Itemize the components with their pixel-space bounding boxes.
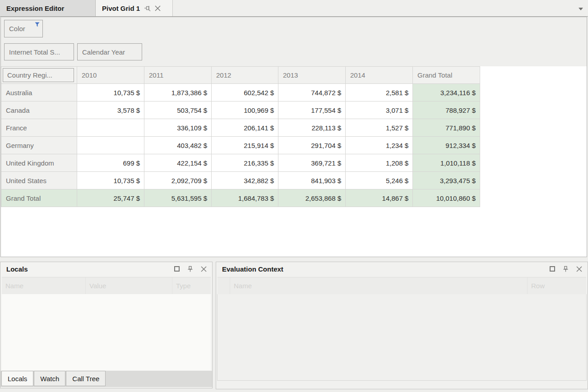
pivot-cell[interactable]: 771,890 $ — [413, 119, 480, 137]
pivot-cell[interactable]: 912,334 $ — [413, 137, 480, 154]
pivot-column-header[interactable]: 2011 — [144, 67, 212, 84]
pivot-cell[interactable]: 5,246 $ — [346, 172, 413, 189]
pivot-cell[interactable]: 216,335 $ — [212, 154, 278, 172]
locals-column-value[interactable]: Value — [86, 277, 172, 294]
pivot-cell[interactable]: 2,581 $ — [346, 84, 413, 101]
pin-icon[interactable] — [563, 266, 569, 272]
pivot-cell[interactable]: 2,092,709 $ — [144, 172, 212, 189]
tab-list-dropdown-icon[interactable] — [579, 8, 583, 10]
maximize-icon[interactable] — [550, 266, 555, 272]
pivot-cell[interactable]: 215,914 $ — [212, 137, 278, 154]
pivot-column-header[interactable]: 2013 — [278, 67, 346, 84]
pivot-row: United States10,735 $2,092,709 $342,882 … — [1, 172, 480, 189]
maximize-icon[interactable] — [174, 266, 180, 272]
pivot-column-header[interactable]: 2014 — [346, 67, 413, 84]
pivot-column-header-row: Country Regi... 20102011201220132014Gran… — [1, 67, 480, 84]
column-field-button[interactable]: Calendar Year — [77, 43, 142, 60]
pivot-cell[interactable]: 206,141 $ — [212, 119, 278, 137]
pivot-column-header[interactable]: Grand Total — [413, 67, 480, 84]
pivot-cell[interactable]: 602,542 $ — [212, 84, 278, 101]
pivot-cell[interactable]: 403,482 $ — [144, 137, 212, 154]
tab-call-tree[interactable]: Call Tree — [66, 371, 106, 386]
filter-field-color-label: Color — [9, 25, 25, 32]
tab-locals[interactable]: Locals — [1, 371, 33, 386]
pivot-cell[interactable]: 3,293,475 $ — [413, 172, 480, 189]
pivot-cell[interactable]: 25,747 $ — [77, 189, 144, 207]
evaluation-context-panel-header[interactable]: Evaluation Context — [216, 262, 588, 276]
tab-watch[interactable]: Watch — [34, 371, 65, 386]
pivot-cell[interactable]: 1,234 $ — [346, 137, 413, 154]
locals-grid-header: Name Value Type — [2, 277, 211, 294]
pivot-row: Germany403,482 $215,914 $291,704 $1,234 … — [1, 137, 480, 154]
pivot-row: Grand Total25,747 $5,631,595 $1,684,783 … — [1, 189, 480, 207]
pivot-row-header[interactable]: Germany — [1, 137, 77, 154]
locals-panel: Locals Name Value Type Locals — [0, 262, 213, 388]
pivot-cell[interactable]: 422,154 $ — [144, 154, 212, 172]
data-field-button[interactable]: Internet Total S... — [4, 43, 74, 60]
pivot-cell[interactable]: 503,754 $ — [144, 101, 212, 119]
pivot-cell[interactable]: 291,704 $ — [278, 137, 346, 154]
pivot-cell[interactable]: 1,873,386 $ — [144, 84, 212, 101]
pivot-row: Canada3,578 $503,754 $100,969 $177,554 $… — [1, 101, 480, 119]
locals-column-name[interactable]: Name — [2, 277, 86, 294]
pin-icon[interactable] — [144, 5, 151, 11]
pivot-table: Country Regi... 20102011201220132014Gran… — [1, 66, 480, 207]
pivot-cell[interactable]: 3,578 $ — [77, 101, 144, 119]
pivot-cell[interactable]: 14,867 $ — [346, 189, 413, 207]
pivot-row-header[interactable]: France — [1, 119, 77, 137]
locals-panel-title: Locals — [6, 265, 28, 273]
filter-funnel-icon[interactable] — [35, 22, 40, 27]
pivot-cell[interactable]: 1,208 $ — [346, 154, 413, 172]
pivot-cell[interactable]: 100,969 $ — [212, 101, 278, 119]
locals-panel-header[interactable]: Locals — [0, 262, 212, 276]
pivot-cell[interactable]: 228,113 $ — [278, 119, 346, 137]
pivot-cell[interactable]: 3,234,116 $ — [413, 84, 480, 101]
pivot-cell[interactable] — [77, 137, 144, 154]
tab-pivot-grid[interactable]: Pivot Grid 1 — [96, 0, 173, 16]
pivot-cell[interactable]: 177,554 $ — [278, 101, 346, 119]
pivot-cell[interactable]: 1,684,783 $ — [212, 189, 278, 207]
pivot-cell[interactable]: 369,721 $ — [278, 154, 346, 172]
pivot-cell[interactable]: 699 $ — [77, 154, 144, 172]
pivot-row-header[interactable]: Canada — [1, 101, 77, 119]
pivot-row: Australia10,735 $1,873,386 $602,542 $744… — [1, 84, 480, 101]
evaluation-column-name[interactable]: Name — [230, 277, 528, 294]
pivot-row-header[interactable]: United Kingdom — [1, 154, 77, 172]
pivot-cell[interactable]: 336,109 $ — [144, 119, 212, 137]
pivot-cell[interactable]: 3,071 $ — [346, 101, 413, 119]
evaluation-grid-header: Name Row — [218, 277, 586, 294]
pivot-cell[interactable]: 10,010,860 $ — [413, 189, 480, 207]
evaluation-column-row[interactable]: Row — [528, 277, 586, 294]
evaluation-grid-body — [217, 294, 587, 381]
pivot-cell[interactable]: 744,872 $ — [278, 84, 346, 101]
filter-field-color[interactable]: Color — [4, 20, 43, 37]
pivot-cell[interactable] — [77, 119, 144, 137]
pin-icon[interactable] — [187, 266, 193, 272]
pivot-cell[interactable]: 10,735 $ — [77, 84, 144, 101]
pivot-filter-area: Color Internet Total S... Calendar Year — [1, 17, 587, 66]
pivot-row-header[interactable]: Grand Total — [1, 189, 77, 207]
pivot-row-header[interactable]: United States — [1, 172, 77, 189]
pivot-grid-panel: Color Internet Total S... Calendar Year … — [0, 17, 587, 257]
pivot-row: France336,109 $206,141 $228,113 $1,527 $… — [1, 119, 480, 137]
close-icon[interactable] — [155, 5, 161, 11]
pivot-cell[interactable]: 10,735 $ — [77, 172, 144, 189]
pivot-cell[interactable]: 1,527 $ — [346, 119, 413, 137]
close-icon[interactable] — [201, 266, 207, 272]
pivot-cell[interactable]: 342,882 $ — [212, 172, 278, 189]
pivot-row-header[interactable]: Australia — [1, 84, 77, 101]
evaluation-context-panel-title: Evaluation Context — [222, 265, 283, 273]
pivot-cell[interactable]: 1,010,118 $ — [413, 154, 480, 172]
pivot-column-header[interactable]: 2010 — [77, 67, 144, 84]
pivot-cell[interactable]: 841,903 $ — [278, 172, 346, 189]
tab-locals-label: Locals — [8, 375, 27, 383]
tab-expression-editor-label: Expression Editor — [6, 5, 64, 12]
pivot-column-header[interactable]: 2012 — [212, 67, 278, 84]
pivot-cell[interactable]: 5,631,595 $ — [144, 189, 212, 207]
pivot-cell[interactable]: 2,653,868 $ — [278, 189, 346, 207]
close-icon[interactable] — [576, 266, 582, 272]
row-field-button[interactable]: Country Regi... — [3, 68, 74, 82]
pivot-cell[interactable]: 788,927 $ — [413, 101, 480, 119]
locals-column-type[interactable]: Type — [172, 277, 211, 294]
tab-expression-editor[interactable]: Expression Editor — [0, 0, 96, 16]
